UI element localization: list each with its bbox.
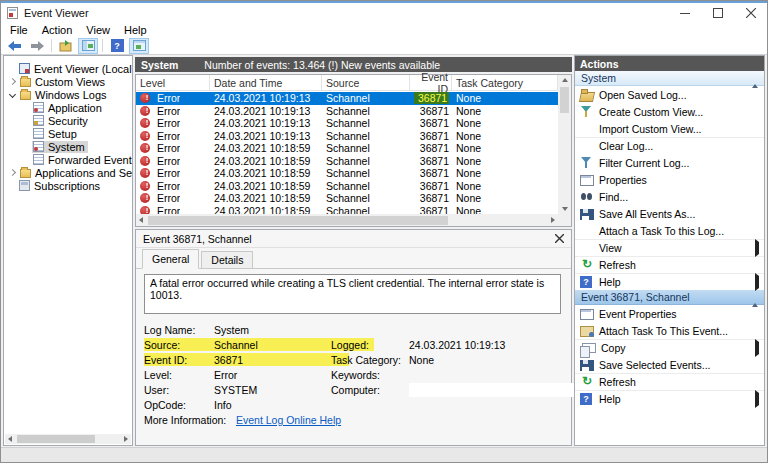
collapse-icon[interactable] [752, 291, 758, 303]
sidebar-item-application[interactable]: Application [4, 101, 132, 114]
column-date-time[interactable]: Date and Time [210, 75, 322, 90]
action-filter-current-log[interactable]: Filter Current Log... [575, 154, 764, 171]
forward-button[interactable] [27, 38, 47, 54]
table-row[interactable]: !Error 24.03.2021 10:18:59 Schannel 3687… [136, 142, 558, 155]
table-row[interactable]: !Error 24.03.2021 10:18:59 Schannel 3687… [136, 167, 558, 180]
event-log-online-help-link[interactable]: Event Log Online Help [236, 414, 341, 426]
action-help-event[interactable]: ? Help [575, 390, 764, 407]
table-row-selected[interactable]: !Error 24.03.2021 10:19:13 Schannel 3687… [136, 92, 558, 105]
scroll-right-icon[interactable] [124, 436, 128, 442]
action-help[interactable]: ? Help [575, 273, 764, 290]
scroll-left-icon[interactable] [139, 217, 143, 223]
tab-details[interactable]: Details [201, 251, 253, 269]
menu-action[interactable]: Action [35, 24, 80, 36]
table-row[interactable]: !Error 24.03.2021 10:18:59 Schannel 3687… [136, 205, 558, 215]
action-find[interactable]: Find... [575, 188, 764, 205]
menu-file[interactable]: File [3, 24, 35, 36]
column-task-category[interactable]: Task Category [452, 75, 558, 90]
scrollbar-corner [558, 214, 571, 226]
blank-icon [580, 242, 594, 255]
scrollbar-thumb[interactable] [17, 435, 95, 443]
column-event-id[interactable]: Event ID [410, 75, 452, 90]
tree-horizontal-scrollbar[interactable] [5, 434, 131, 444]
error-icon: ! [140, 168, 150, 178]
chevron-down-icon[interactable] [9, 91, 16, 98]
column-level[interactable]: Level [136, 75, 210, 90]
window-controls [668, 3, 767, 23]
minimize-button[interactable] [668, 3, 701, 23]
scrollbar-thumb[interactable] [148, 216, 448, 225]
event-preview-pane: Event 36871, Schannel General Details A … [135, 229, 572, 446]
field-value-computer [409, 383, 577, 397]
sidebar-item-forwarded-events[interactable]: Forwarded Events [4, 153, 132, 166]
action-import-custom-view[interactable]: Import Custom View... [575, 120, 764, 137]
sidebar-item-windows-logs[interactable]: Windows Logs [4, 88, 132, 101]
submenu-arrow-icon [755, 276, 759, 288]
window-title: Event Viewer [24, 7, 89, 19]
column-source[interactable]: Source [322, 75, 410, 90]
highlighted-event-id: 36871 [414, 92, 449, 104]
events-vertical-scrollbar[interactable] [558, 75, 571, 214]
action-attach-task-to-log[interactable]: Attach a Task To this Log... [575, 222, 764, 239]
sidebar-item-custom-views[interactable]: Custom Views [4, 75, 132, 88]
help-icon: ? [111, 39, 124, 52]
action-properties[interactable]: Properties [575, 171, 764, 188]
selected-tree-item: System [32, 141, 88, 153]
action-clear-log[interactable]: Clear Log... [575, 137, 764, 154]
action-event-properties[interactable]: Event Properties [575, 305, 764, 322]
scroll-left-icon[interactable] [8, 436, 12, 442]
chevron-right-icon[interactable] [9, 78, 16, 85]
action-attach-task-to-event[interactable]: Attach Task To This Event... [575, 322, 764, 339]
action-view[interactable]: View [575, 239, 764, 256]
field-label-computer: Computer: [331, 384, 409, 396]
action-create-custom-view[interactable]: Create Custom View... [575, 103, 764, 120]
scrollbar-thumb[interactable] [560, 87, 569, 113]
close-button[interactable] [734, 3, 767, 23]
action-refresh-event[interactable]: ↻ Refresh [575, 373, 764, 390]
console-tree-toggle-button[interactable] [78, 38, 98, 54]
submenu-arrow-icon [755, 393, 759, 405]
scroll-right-icon[interactable] [551, 217, 555, 223]
help-button[interactable]: ? [107, 38, 127, 54]
action-refresh[interactable]: ↻ Refresh [575, 256, 764, 273]
table-row[interactable]: !Error 24.03.2021 10:19:13 Schannel 3687… [136, 105, 558, 118]
sidebar-item-applications-and-services[interactable]: Applications and Services Lo [4, 166, 132, 179]
back-button[interactable] [5, 38, 25, 54]
action-save-all-events-as[interactable]: Save All Events As... [575, 205, 764, 222]
tree-root-event-viewer-local[interactable]: Event Viewer (Local) [4, 62, 132, 75]
tab-general[interactable]: General [142, 249, 199, 269]
close-preview-button[interactable] [555, 234, 564, 243]
chevron-right-icon[interactable] [9, 169, 16, 176]
collapse-icon[interactable] [752, 72, 758, 84]
properties-icon [580, 175, 594, 186]
create-filter-icon [580, 105, 594, 118]
table-row[interactable]: !Error 24.03.2021 10:18:59 Schannel 3687… [136, 192, 558, 205]
event-viewer-window: Event Viewer File Action View Help [0, 0, 768, 463]
table-row[interactable]: !Error 24.03.2021 10:18:59 Schannel 3687… [136, 180, 558, 193]
menu-view[interactable]: View [79, 24, 117, 36]
actions-section-system[interactable]: System [575, 71, 764, 86]
action-open-saved-log[interactable]: Open Saved Log... [575, 86, 764, 103]
sidebar-item-subscriptions[interactable]: Subscriptions [4, 179, 132, 192]
action-save-selected-events[interactable]: Save Selected Events... [575, 356, 764, 373]
error-icon: ! [140, 206, 150, 214]
sidebar-item-security[interactable]: Security [4, 114, 132, 127]
scroll-down-icon[interactable] [562, 207, 568, 211]
events-horizontal-scrollbar[interactable] [136, 214, 558, 226]
find-icon [580, 190, 594, 203]
action-copy[interactable]: Copy [575, 339, 764, 356]
titlebar[interactable]: Event Viewer [1, 3, 767, 23]
action-pane-toggle-button[interactable] [129, 38, 149, 54]
scroll-up-icon[interactable] [562, 78, 568, 82]
export-log-button[interactable] [56, 38, 76, 54]
menu-help[interactable]: Help [117, 24, 154, 36]
actions-section-event[interactable]: Event 36871, Schannel [575, 290, 764, 305]
field-label-more-info: More Information: [144, 414, 236, 426]
table-row[interactable]: !Error 24.03.2021 10:19:13 Schannel 3687… [136, 117, 558, 130]
table-row[interactable]: !Error 24.03.2021 10:19:13 Schannel 3687… [136, 130, 558, 143]
maximize-button[interactable] [701, 3, 734, 23]
event-description[interactable]: A fatal error occurred while creating a … [144, 274, 561, 314]
sidebar-item-setup[interactable]: Setup [4, 127, 132, 140]
sidebar-item-system[interactable]: System [4, 140, 132, 153]
table-row[interactable]: !Error 24.03.2021 10:18:59 Schannel 3687… [136, 155, 558, 168]
